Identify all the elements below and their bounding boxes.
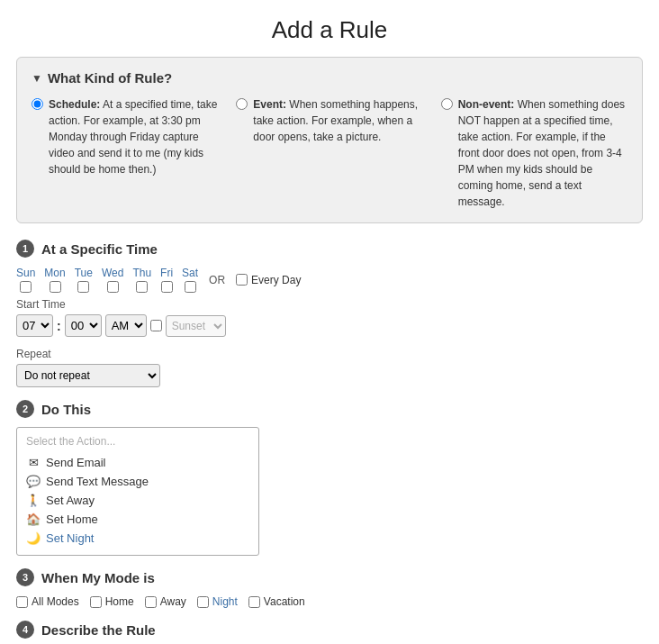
day-fri-label: Fri	[160, 267, 173, 279]
every-day-option[interactable]: Every Day	[236, 274, 301, 286]
day-tue: Tue	[75, 267, 93, 293]
action-send-text-label: Send Text Message	[46, 475, 149, 488]
option-event[interactable]: Event: When something happens, take acti…	[236, 96, 422, 210]
day-sun-label: Sun	[16, 267, 35, 279]
option-schedule-radio[interactable]	[32, 98, 43, 110]
day-tue-checkbox[interactable]	[77, 281, 89, 293]
day-sat-label: Sat	[182, 267, 198, 279]
step1-heading: 1 At a Specific Time	[16, 240, 643, 258]
sunset-checkbox[interactable]	[150, 320, 162, 331]
night-icon: 🌙	[26, 531, 41, 545]
mode-all[interactable]: All Modes	[16, 595, 79, 608]
rule-type-heading: What Kind of Rule?	[48, 70, 172, 86]
mode-vacation[interactable]: Vacation	[248, 595, 305, 608]
option-nonevent-radio[interactable]	[441, 98, 453, 110]
step4-heading: 4 Describe the Rule	[16, 621, 643, 639]
step3-circle: 3	[16, 568, 34, 586]
day-wed-checkbox[interactable]	[107, 281, 119, 293]
day-sat: Sat	[182, 267, 198, 293]
action-box: Select the Action... ✉ Send Email 💬 Send…	[16, 427, 259, 556]
sunset-select[interactable]: Sunset Sunrise	[166, 315, 226, 337]
step3-section: 3 When My Mode is All Modes Home Away Ni…	[16, 568, 643, 608]
option-nonevent[interactable]: Non-event: When something does NOT happe…	[441, 96, 627, 210]
day-mon: Mon	[44, 267, 65, 293]
minute-select[interactable]: 00 15 30 45	[65, 314, 102, 337]
action-set-night[interactable]: 🌙 Set Night	[26, 529, 249, 548]
step1-circle: 1	[16, 240, 34, 258]
days-row: Sun Mon Tue Wed Thu Fri	[16, 267, 643, 293]
mode-night-checkbox[interactable]	[197, 596, 209, 608]
step2-heading: 2 Do This	[16, 400, 643, 418]
rule-type-section: ▼ What Kind of Rule? Schedule: At a spec…	[16, 57, 643, 223]
step1-label: At a Specific Time	[41, 241, 158, 257]
option-event-label: Event:	[253, 98, 286, 111]
mode-vacation-checkbox[interactable]	[248, 596, 260, 608]
day-mon-label: Mon	[44, 267, 65, 279]
step2-section: 2 Do This Select the Action... ✉ Send Em…	[16, 400, 643, 556]
time-colon: :	[57, 319, 61, 333]
day-sat-checkbox[interactable]	[185, 281, 196, 293]
sms-icon: 💬	[26, 475, 41, 488]
option-schedule-label: Schedule:	[49, 98, 100, 111]
page-title: Add a Rule	[0, 0, 659, 57]
day-fri-checkbox[interactable]	[161, 281, 173, 293]
action-send-email-label: Send Email	[46, 456, 105, 469]
day-mon-checkbox[interactable]	[50, 281, 61, 293]
day-tue-label: Tue	[75, 267, 93, 279]
hour-select[interactable]: 07 08 09 10 11 12	[16, 314, 53, 337]
modes-row: All Modes Home Away Night Vacation	[16, 595, 643, 608]
step1-section: 1 At a Specific Time Sun Mon Tue Wed Thu	[16, 240, 643, 387]
day-wed: Wed	[102, 267, 123, 293]
mode-vacation-label: Vacation	[264, 595, 305, 608]
repeat-label: Repeat	[16, 348, 643, 360]
every-day-checkbox[interactable]	[236, 274, 248, 286]
mode-home[interactable]: Home	[90, 595, 134, 608]
time-row: 07 08 09 10 11 12 : 00 15 30 45 AM PM Su…	[16, 314, 643, 337]
action-placeholder: Select the Action...	[26, 435, 249, 448]
action-set-home[interactable]: 🏠 Set Home	[26, 510, 249, 529]
step4-circle: 4	[16, 621, 34, 639]
option-nonevent-text: Non-event: When something does NOT happe…	[458, 96, 627, 210]
mode-all-checkbox[interactable]	[16, 596, 28, 608]
away-icon: 🚶	[26, 494, 41, 507]
step4-label: Describe the Rule	[41, 622, 156, 638]
day-thu: Thu	[132, 267, 151, 293]
day-sun-checkbox[interactable]	[20, 281, 32, 293]
mode-home-checkbox[interactable]	[90, 596, 102, 608]
action-send-text[interactable]: 💬 Send Text Message	[26, 472, 249, 491]
day-wed-label: Wed	[102, 267, 123, 279]
mode-all-label: All Modes	[32, 595, 79, 608]
action-send-email[interactable]: ✉ Send Email	[26, 453, 249, 472]
option-schedule[interactable]: Schedule: At a specified time, take acti…	[32, 96, 218, 210]
mode-night[interactable]: Night	[197, 595, 238, 608]
action-set-home-label: Set Home	[46, 512, 98, 526]
action-list: ✉ Send Email 💬 Send Text Message 🚶 Set A…	[26, 453, 249, 548]
repeat-select[interactable]: Do not repeat Daily Weekly Monthly	[16, 364, 160, 387]
or-label: OR	[209, 274, 225, 286]
day-thu-checkbox[interactable]	[136, 281, 148, 293]
option-nonevent-label: Non-event:	[458, 98, 515, 111]
option-event-text: Event: When something happens, take acti…	[253, 96, 422, 145]
rule-type-options: Schedule: At a specified time, take acti…	[32, 96, 627, 210]
start-time-label: Start Time	[16, 298, 643, 311]
option-event-radio[interactable]	[236, 98, 248, 110]
step3-heading: 3 When My Mode is	[16, 568, 643, 586]
mode-away[interactable]: Away	[145, 595, 186, 608]
action-set-away[interactable]: 🚶 Set Away	[26, 491, 249, 510]
rule-type-header: ▼ What Kind of Rule?	[32, 70, 627, 86]
action-set-night-label: Set Night	[46, 531, 94, 545]
mode-away-label: Away	[160, 595, 186, 608]
mode-away-checkbox[interactable]	[145, 596, 157, 608]
mode-night-label: Night	[212, 595, 238, 608]
step2-label: Do This	[41, 402, 91, 417]
every-day-label: Every Day	[251, 274, 301, 286]
option-schedule-text: Schedule: At a specified time, take acti…	[49, 96, 218, 177]
home-icon: 🏠	[26, 512, 41, 526]
action-set-away-label: Set Away	[46, 494, 95, 507]
ampm-select[interactable]: AM PM	[105, 314, 147, 337]
step3-label: When My Mode is	[41, 570, 155, 585]
day-group: Sun Mon Tue Wed Thu Fri	[16, 267, 198, 293]
triangle-icon: ▼	[32, 72, 42, 85]
day-sun: Sun	[16, 267, 35, 293]
email-icon: ✉	[26, 456, 41, 469]
